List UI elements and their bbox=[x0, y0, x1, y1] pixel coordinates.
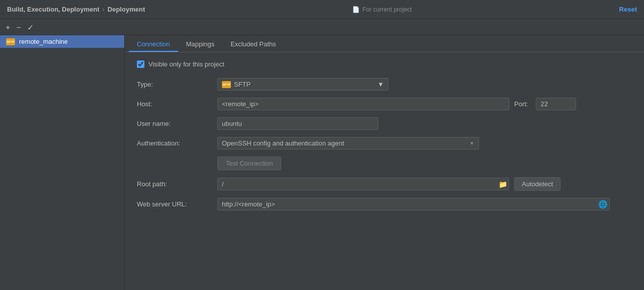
username-input[interactable] bbox=[217, 117, 378, 130]
form-content: Visible only for this project Type: SFTP… bbox=[125, 52, 644, 290]
root-path-input-wrap: 📁 bbox=[217, 178, 509, 190]
type-dropdown-arrow: ▼ bbox=[377, 81, 384, 88]
username-control bbox=[217, 117, 632, 130]
add-button[interactable]: + bbox=[3, 23, 13, 33]
breadcrumb: Build, Execution, Deployment › Deploymen… bbox=[7, 6, 145, 13]
main-layout: SFTP remote_machine Connection Mappings … bbox=[0, 35, 644, 290]
tabs-row: Connection Mappings Excluded Paths bbox=[125, 35, 644, 52]
visible-only-label: Visible only for this project bbox=[148, 60, 224, 68]
project-scope: 📄 For current project bbox=[352, 6, 412, 13]
visible-only-row: Visible only for this project bbox=[137, 60, 632, 68]
globe-button[interactable]: 🌐 bbox=[598, 200, 608, 209]
auth-label: Authentication: bbox=[137, 139, 217, 147]
toolbar-row: + − ✓ bbox=[0, 19, 644, 35]
host-control: Port: bbox=[217, 98, 632, 110]
confirm-button[interactable]: ✓ bbox=[25, 23, 36, 33]
remove-button[interactable]: − bbox=[14, 23, 23, 33]
toolbar-icons: + − ✓ bbox=[3, 23, 36, 33]
auth-dropdown-arrow: ▼ bbox=[469, 140, 474, 146]
root-path-label: Root path: bbox=[137, 180, 217, 188]
web-url-wrap: 🌐 bbox=[217, 198, 610, 210]
auth-dropdown[interactable]: OpenSSH config and authentication agent … bbox=[217, 137, 479, 150]
username-label: User name: bbox=[137, 120, 217, 127]
test-connection-button[interactable]: Test Connection bbox=[217, 157, 281, 170]
breadcrumb-arrow: › bbox=[102, 6, 104, 13]
folder-browse-button[interactable]: 📁 bbox=[499, 180, 507, 188]
sidebar: SFTP remote_machine bbox=[0, 35, 125, 290]
project-label: For current project bbox=[362, 6, 412, 13]
sidebar-item-remote-machine[interactable]: SFTP remote_machine bbox=[0, 35, 124, 48]
type-row: Type: SFTP SFTP ▼ bbox=[137, 78, 632, 91]
web-server-label: Web server URL: bbox=[137, 200, 217, 208]
tab-mappings[interactable]: Mappings bbox=[178, 37, 222, 52]
tab-excluded-paths[interactable]: Excluded Paths bbox=[222, 37, 284, 52]
sftp-icon: SFTP bbox=[6, 38, 15, 45]
content-area: Connection Mappings Excluded Paths Visib… bbox=[125, 35, 644, 290]
type-sftp-icon: SFTP bbox=[222, 81, 231, 88]
root-path-control: 📁 Autodetect bbox=[217, 177, 632, 191]
web-server-control: 🌐 bbox=[217, 198, 632, 210]
type-label: Type: bbox=[137, 81, 217, 88]
type-control: SFTP SFTP ▼ bbox=[217, 78, 632, 91]
breadcrumb-page: Deployment bbox=[108, 6, 145, 13]
doc-icon: 📄 bbox=[352, 6, 360, 13]
reset-button[interactable]: Reset bbox=[619, 6, 637, 13]
type-dropdown-left: SFTP SFTP bbox=[222, 81, 251, 88]
username-row: User name: bbox=[137, 117, 632, 130]
root-path-row: Root path: 📁 Autodetect bbox=[137, 177, 632, 191]
auth-row: Authentication: OpenSSH config and authe… bbox=[137, 137, 632, 150]
port-input[interactable] bbox=[536, 98, 576, 110]
breadcrumb-section: Build, Execution, Deployment bbox=[7, 6, 99, 13]
tab-connection[interactable]: Connection bbox=[129, 37, 178, 52]
type-value: SFTP bbox=[234, 81, 251, 88]
web-server-input[interactable] bbox=[217, 198, 610, 210]
web-server-row: Web server URL: 🌐 bbox=[137, 198, 632, 210]
host-input[interactable] bbox=[217, 98, 509, 110]
auth-value: OpenSSH config and authentication agent bbox=[222, 139, 344, 147]
sidebar-item-label: remote_machine bbox=[19, 38, 68, 45]
visible-only-checkbox[interactable] bbox=[137, 60, 144, 68]
top-bar: Build, Execution, Deployment › Deploymen… bbox=[0, 0, 644, 19]
host-label: Host: bbox=[137, 100, 217, 108]
root-path-input[interactable] bbox=[217, 178, 509, 190]
host-row: Host: Port: bbox=[137, 98, 632, 110]
port-label: Port: bbox=[514, 100, 528, 108]
autodetect-button[interactable]: Autodetect bbox=[514, 177, 560, 191]
auth-control: OpenSSH config and authentication agent … bbox=[217, 137, 632, 150]
type-dropdown[interactable]: SFTP SFTP ▼ bbox=[217, 78, 388, 91]
